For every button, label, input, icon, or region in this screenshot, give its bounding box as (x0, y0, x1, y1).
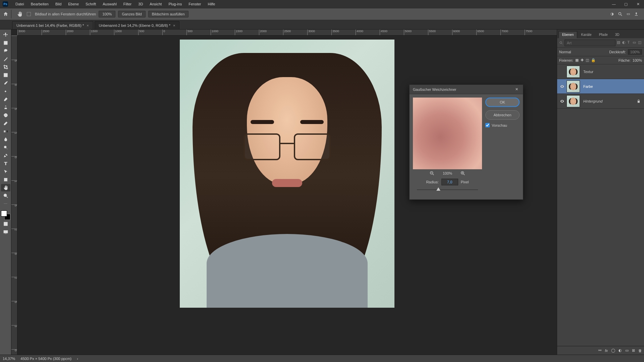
opacity-value[interactable]: 100% (628, 49, 642, 55)
radius-input[interactable] (441, 179, 458, 185)
move-tool[interactable] (1, 31, 10, 39)
close-window-button[interactable]: ✕ (632, 0, 644, 8)
history-brush-tool[interactable] (1, 112, 10, 119)
lock-pixels-icon[interactable]: ▦ (575, 58, 579, 62)
pen-tool[interactable] (1, 152, 10, 159)
status-docinfo[interactable]: 4500 Px × 5400 Px (300 ppcm) (20, 357, 71, 361)
eraser-tool[interactable] (1, 120, 10, 127)
maximize-button[interactable]: ▢ (620, 0, 632, 8)
frame-tool[interactable] (1, 71, 10, 79)
eyedropper-tool[interactable] (1, 79, 10, 87)
lock-position-icon[interactable]: ✚ (581, 58, 584, 62)
dodge-tool[interactable] (1, 144, 10, 151)
layer-thumbnail[interactable] (567, 80, 580, 93)
layer-name[interactable]: Farbe (583, 84, 637, 88)
layer-filter-input[interactable] (565, 40, 615, 46)
status-zoom[interactable]: 14,37% (3, 357, 15, 361)
zoom-percent-field[interactable]: 100% (99, 11, 115, 17)
delete-layer-icon[interactable]: 🗑 (638, 349, 642, 353)
cancel-button[interactable]: Abbrechen (485, 110, 520, 120)
layer-row[interactable]: Textur (557, 64, 644, 79)
layer-mask-icon[interactable]: ◯ (611, 348, 615, 353)
brush-tool[interactable] (1, 96, 10, 103)
screen-mode-toggle[interactable] (1, 228, 10, 236)
menu-fenster[interactable]: Fenster (185, 0, 204, 8)
preview-checkbox[interactable] (485, 123, 490, 127)
panel-tab-pfade[interactable]: Pfade (595, 31, 611, 38)
group-icon[interactable]: ▭ (625, 348, 629, 353)
link-layers-icon[interactable]: ⚯ (598, 348, 601, 353)
clone-stamp-tool[interactable] (1, 104, 10, 111)
ok-button[interactable]: OK (485, 98, 520, 107)
menu-ansicht[interactable]: Ansicht (146, 0, 165, 8)
status-chevron-icon[interactable]: › (77, 357, 78, 361)
color-swatches[interactable] (1, 210, 10, 220)
panel-tab-3d[interactable]: 3D (611, 31, 623, 38)
quick-mask-toggle[interactable] (1, 220, 10, 228)
blur-tool[interactable] (1, 136, 10, 143)
dialog-titlebar[interactable]: Gaußscher Weichzeichner ✕ (410, 85, 523, 94)
filter-type-icon[interactable]: T (628, 40, 632, 46)
panel-tab-kanäle[interactable]: Kanäle (577, 31, 595, 38)
dialog-close-icon[interactable]: ✕ (514, 86, 520, 93)
tab-close-icon[interactable]: × (173, 23, 175, 27)
adjustment-layer-icon[interactable]: ◐ (619, 348, 622, 353)
minimize-button[interactable]: — (608, 0, 620, 8)
healing-brush-tool[interactable] (1, 87, 10, 95)
menu-hilfe[interactable]: Hilfe (204, 0, 218, 8)
type-tool[interactable] (1, 160, 10, 167)
layer-row[interactable]: Hintergrund (557, 94, 644, 109)
ruler-horizontal[interactable]: 3000250020001500100050005001000150020002… (17, 29, 557, 36)
layer-thumbnail[interactable] (567, 66, 580, 78)
menu-ebene[interactable]: Ebene (65, 0, 82, 8)
fill-screen-button[interactable]: Bildschirm ausfüllen (148, 11, 189, 17)
filter-preview[interactable] (413, 98, 482, 169)
menu-filter[interactable]: Filter (120, 0, 135, 8)
filter-image-icon[interactable]: ▧ (617, 40, 621, 46)
share-icon[interactable] (634, 12, 639, 16)
home-button[interactable] (3, 10, 11, 18)
lock-artboard-icon[interactable]: ◫ (586, 58, 589, 62)
layer-thumbnail[interactable] (567, 95, 580, 107)
document-tab[interactable]: Unbenannt-1 bei 14,4% (Farbe, RGB/8) *× (12, 21, 93, 29)
menu-auswahl[interactable]: Auswahl (99, 0, 120, 8)
crop-tool[interactable] (1, 63, 10, 71)
layer-name[interactable]: Hintergrund (583, 99, 637, 103)
edit-toolbar[interactable]: ⋯ (1, 200, 10, 207)
visibility-toggle[interactable] (558, 84, 567, 89)
new-layer-icon[interactable]: ⊞ (632, 348, 635, 353)
lock-icon[interactable] (637, 99, 643, 103)
menu-bearbeiten[interactable]: Bearbeiten (28, 0, 52, 8)
layer-name[interactable]: Textur (583, 70, 637, 74)
gradient-tool[interactable] (1, 128, 10, 135)
fit-image-button[interactable]: Ganzes Bild (118, 11, 145, 17)
marquee-tool[interactable] (1, 39, 10, 47)
document-tab[interactable]: Unbenannt-2 bei 14,2% (Ebene 0, RGB/8) *… (95, 21, 180, 29)
scroll-all-checkbox[interactable] (27, 12, 31, 16)
hand-tool[interactable] (1, 184, 10, 191)
filter-smart-icon[interactable]: ◫ (638, 40, 642, 46)
menu-plug-ins[interactable]: Plug-ins (165, 0, 185, 8)
lasso-tool[interactable] (1, 47, 10, 55)
panel-tab-ebenen[interactable]: Ebenen (558, 31, 577, 38)
ruler-vertical[interactable]: 50510152025303540455055 (11, 36, 17, 355)
filter-adjust-icon[interactable]: ◐ (622, 40, 626, 46)
shape-tool[interactable] (1, 176, 10, 183)
workspace-icon[interactable]: ▭ (627, 12, 630, 16)
path-select-tool[interactable] (1, 168, 10, 175)
zoom-in-icon[interactable] (460, 171, 466, 176)
zoom-out-icon[interactable] (429, 171, 435, 176)
visibility-toggle[interactable] (558, 99, 567, 104)
menu-bild[interactable]: Bild (52, 0, 65, 8)
fill-value[interactable]: 100% (633, 58, 642, 62)
layer-fx-icon[interactable]: fx (605, 349, 608, 353)
tab-close-icon[interactable]: × (87, 23, 89, 27)
menu-datei[interactable]: Datei (12, 0, 28, 8)
cloud-icon[interactable]: ◑ (610, 12, 614, 16)
lock-all-icon[interactable]: 🔒 (591, 58, 596, 62)
blend-mode-dropdown[interactable]: Normal (559, 50, 571, 54)
menu-schrift[interactable]: Schrift (82, 0, 99, 8)
search-icon[interactable] (618, 12, 623, 16)
hand-tool-icon[interactable] (15, 10, 24, 18)
zoom-tool[interactable] (1, 192, 10, 199)
